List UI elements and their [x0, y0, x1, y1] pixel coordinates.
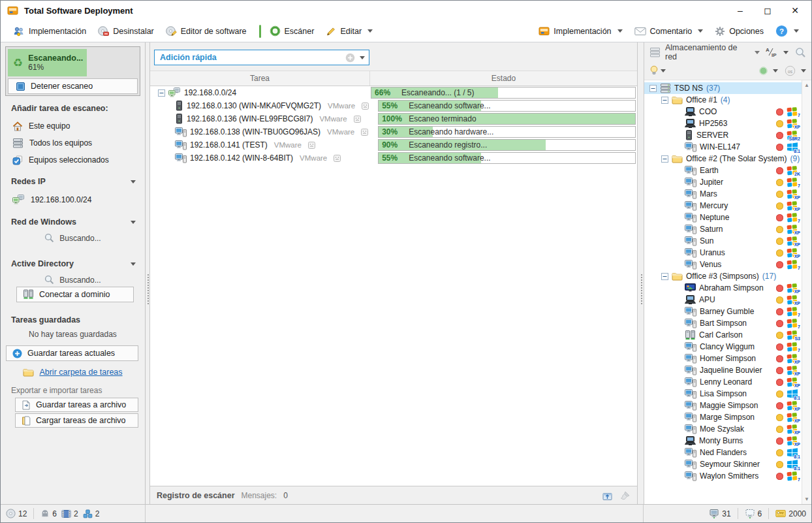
close-button[interactable]: ✕ [781, 2, 809, 19]
sidebar-item-selected-computers[interactable]: Equipos seleccionados [1, 153, 145, 166]
tree-root-row[interactable]: TSD NS(37) [644, 82, 802, 94]
computer-row[interactable]: SunXP [644, 235, 802, 247]
comment-button[interactable]: Comentario [629, 24, 710, 39]
windows-network-header[interactable]: Red de Windows [1, 217, 145, 227]
computer-row[interactable]: Jaqueline BouvierXP [644, 364, 802, 376]
chevron-down-icon[interactable] [661, 69, 666, 72]
os-filter-icon[interactable]: os [785, 65, 796, 76]
computer-row[interactable]: Neptune7 [644, 212, 802, 223]
chevron-down-icon[interactable] [783, 51, 789, 54]
maximize-button[interactable]: ◻ [754, 2, 781, 19]
computer-row[interactable]: Lisa Simpson8.1 [644, 388, 802, 400]
media-icon [685, 283, 696, 293]
computer-row[interactable]: Monty BurnsXP [644, 435, 802, 447]
computer-row[interactable]: HP2563XP [644, 118, 802, 129]
chevron-down-icon[interactable] [801, 69, 806, 72]
sidebar-item-this-computer[interactable]: Este equipo [1, 119, 145, 133]
os-icon-7: 7 [787, 106, 800, 118]
computer-row[interactable]: Bart Simpson7 [644, 317, 802, 329]
computer-row[interactable]: Carl CarlsonS3 [644, 329, 802, 341]
tree-collapse-icon[interactable] [649, 85, 657, 92]
online-filter-dot-icon[interactable] [759, 67, 768, 75]
task-row[interactable]: 192.168.0.0/2466%Escaneando... (1 / 5) [150, 86, 637, 99]
minimize-button[interactable]: – [726, 2, 754, 19]
scroll-down-icon[interactable]: ▼ [802, 496, 811, 502]
computer-row[interactable]: Venus7 [644, 259, 802, 270]
computer-row[interactable]: Maggie SimpsonXP [644, 400, 802, 411]
load-tasks-file-button[interactable]: Cargar tareas de archivo [15, 413, 138, 428]
load-file-icon [22, 416, 31, 426]
computer-row[interactable]: APUXP [644, 294, 802, 306]
chevron-down-icon[interactable] [360, 56, 365, 59]
deploy-people-icon [13, 26, 25, 37]
computer-row[interactable]: Abraham SimpsonXP [644, 282, 802, 294]
computer-row[interactable]: SERVERS8R2 [644, 129, 802, 141]
ip-networks-header[interactable]: Redes IP [1, 177, 145, 186]
computer-row[interactable]: Earth2K [644, 165, 802, 176]
tree-group-row[interactable]: Office #1(4) [644, 94, 802, 106]
tree-scrollbar[interactable]: ▲ ▼ [802, 80, 811, 504]
help-button[interactable]: ? [770, 22, 805, 40]
tree-collapse-icon[interactable] [661, 273, 668, 280]
options-button[interactable]: Opciones [709, 24, 770, 39]
tree-collapse-icon[interactable] [661, 155, 668, 163]
storage-title[interactable]: Almacenamiento de red [665, 43, 748, 61]
column-header-status[interactable]: Estado [370, 71, 637, 86]
computer-row[interactable]: WIN-EL1478.1 [644, 141, 802, 153]
computer-row[interactable]: Moe SzyslakXP [644, 423, 802, 435]
task-row[interactable]: 192.168.0.142 (WIN-8-64BIT)VMware55%Esca… [150, 151, 637, 165]
tree-collapse-icon[interactable] [661, 97, 668, 104]
ip-network-item[interactable]: 192.168.100.0/24 [1, 193, 145, 206]
chevron-down-icon[interactable] [773, 69, 778, 72]
computer-row[interactable]: Marge SimpsonXP [644, 411, 802, 423]
search-icon[interactable] [795, 47, 806, 58]
computer-row[interactable]: Jupiter7 [644, 176, 802, 188]
uninstall-button[interactable]: Desinstalar [92, 24, 160, 39]
right-splitter[interactable] [638, 42, 644, 504]
uninstall-disc-icon [98, 26, 109, 37]
computer-row[interactable]: Ned Flanders8.1 [644, 447, 802, 458]
computer-row[interactable]: Seymour Skinner8.1 [644, 458, 802, 470]
deployment-menu-button[interactable]: Implementación [533, 24, 628, 39]
computer-row[interactable]: MercuryXP [644, 200, 802, 212]
computer-row[interactable]: COO7 [644, 106, 802, 118]
status-dot-yellow [776, 296, 783, 304]
task-row[interactable]: 192.168.0.138 (WIN-TBU0GO96JAS)VMware30%… [150, 125, 637, 138]
status-dot-red [776, 379, 783, 386]
computer-row[interactable]: UranusXP [644, 247, 802, 259]
computer-row[interactable]: Lenny LeonardXP [644, 376, 802, 388]
add-icon[interactable] [345, 53, 355, 63]
scanner-button[interactable]: Escáner [264, 23, 320, 39]
computer-row[interactable]: Homer SimpsonXP [644, 353, 802, 364]
active-directory-header[interactable]: Active Directory [1, 259, 145, 268]
computer-row[interactable]: Waylon Smithers7 [644, 470, 802, 482]
computer-row[interactable]: MarsXP [644, 188, 802, 200]
computer-row[interactable]: Clancy Wiggum7 [644, 341, 802, 353]
connect-domain-button[interactable]: Conectar a dominio [16, 287, 134, 302]
lightbulb-icon[interactable] [649, 65, 659, 76]
column-header-task[interactable]: Tarea [150, 71, 370, 86]
task-row[interactable]: 192.168.0.136 (WIN-EL99FBCG8I7)VMware100… [150, 112, 637, 125]
chevron-down-icon[interactable] [755, 51, 760, 54]
stop-scan-button[interactable]: Detener escaneo [8, 78, 138, 94]
task-row[interactable]: 192.168.0.130 (WIN-MKA0FVQMG2T)VMware55%… [150, 99, 637, 112]
open-task-folder-link[interactable]: Abrir carpeta de tareas [1, 368, 145, 377]
sidebar-item-all-computers[interactable]: Todos los equipos [1, 136, 145, 150]
save-tasks-file-button[interactable]: Guardar tareas a archivo [15, 398, 138, 412]
quick-add-combo[interactable]: Adición rápida [154, 50, 369, 65]
scroll-up-icon[interactable]: ▲ [802, 82, 811, 88]
computer-row[interactable]: SaturnXP [644, 223, 802, 235]
software-editor-button[interactable]: Editor de software [160, 24, 253, 39]
tree-group-row[interactable]: Office #3 (Simpsons)(17) [644, 270, 802, 282]
save-current-tasks-button[interactable]: Guardar tareas actuales [6, 345, 138, 361]
sort-a-ip-icon[interactable]: AIP [764, 46, 779, 58]
task-row[interactable]: 192.168.0.141 (TEST)VMware90%Escaneando … [150, 138, 637, 151]
clear-log-brush-icon[interactable] [619, 490, 631, 501]
edit-button[interactable]: Editar [320, 24, 379, 39]
computer-row[interactable]: Barney Gumble7 [644, 306, 802, 317]
deploy-button[interactable]: Implementación [7, 24, 92, 39]
tree-group-row[interactable]: Office #2 (The Solar System)(9) [644, 153, 802, 165]
computer-name: Moe Szyslak [700, 424, 744, 434]
open-log-window-icon[interactable] [602, 490, 613, 501]
tree-collapse-icon[interactable] [158, 89, 165, 97]
